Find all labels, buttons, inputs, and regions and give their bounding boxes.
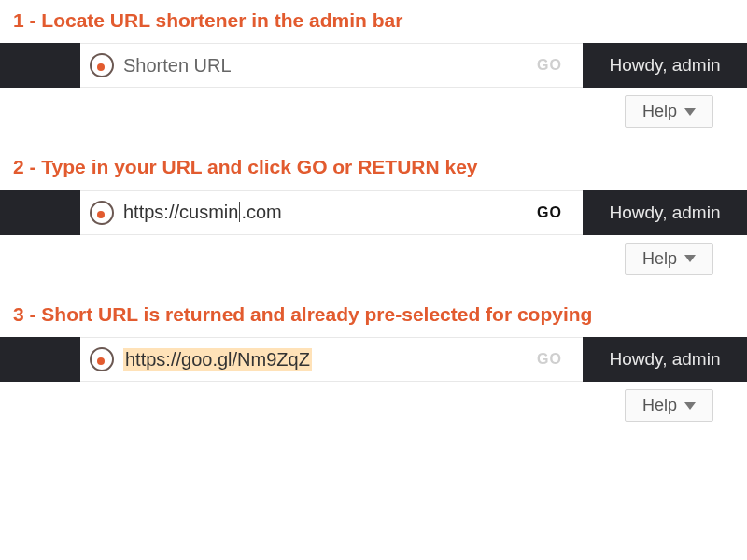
admin-bar-step-2: https://cusmin.com GO Howdy, admin Help bbox=[0, 190, 747, 275]
help-label: Help bbox=[642, 396, 677, 415]
howdy-user[interactable]: Howdy, admin bbox=[583, 190, 747, 235]
adminbar-left-gap bbox=[0, 190, 80, 235]
help-dropdown[interactable]: Help bbox=[625, 389, 713, 422]
chevron-down-icon bbox=[684, 402, 696, 410]
url-shortener-value: https://cusmin.com bbox=[123, 202, 282, 223]
howdy-user[interactable]: Howdy, admin bbox=[583, 43, 747, 88]
help-dropdown[interactable]: Help bbox=[625, 95, 713, 128]
step-3-caption: 3 - Short URL is returned and already pr… bbox=[0, 294, 747, 337]
cusmin-logo-icon bbox=[90, 201, 114, 225]
go-button[interactable]: GO bbox=[526, 191, 573, 234]
go-button[interactable]: GO bbox=[526, 44, 573, 87]
help-dropdown[interactable]: Help bbox=[625, 243, 713, 275]
selected-short-url: https://goo.gl/Nm9ZqZ bbox=[123, 348, 312, 371]
step-2-caption: 2 - Type in your URL and click GO or RET… bbox=[0, 147, 747, 189]
help-label: Help bbox=[642, 102, 677, 121]
cusmin-logo-icon bbox=[90, 347, 114, 371]
admin-bar-step-3: https://goo.gl/Nm9ZqZ GO Howdy, admin He… bbox=[0, 337, 747, 422]
howdy-user[interactable]: Howdy, admin bbox=[583, 337, 747, 382]
url-shortener-placeholder: Shorten URL bbox=[123, 55, 232, 77]
adminbar-left-gap bbox=[0, 43, 80, 88]
admin-bar-step-1: Shorten URL GO Howdy, admin Help bbox=[0, 43, 747, 128]
chevron-down-icon bbox=[684, 108, 696, 116]
adminbar-left-gap bbox=[0, 337, 80, 382]
chevron-down-icon bbox=[684, 255, 696, 262]
cusmin-logo-icon bbox=[90, 53, 114, 77]
go-button[interactable]: GO bbox=[526, 338, 573, 381]
url-shortener-input-area[interactable]: https://cusmin.com GO bbox=[80, 190, 583, 235]
url-shortener-result: https://goo.gl/Nm9ZqZ bbox=[123, 349, 312, 371]
url-shortener-input-area[interactable]: https://goo.gl/Nm9ZqZ GO bbox=[80, 337, 583, 382]
url-shortener-input-area[interactable]: Shorten URL GO bbox=[80, 43, 583, 88]
step-1-caption: 1 - Locate URL shortener in the admin ba… bbox=[0, 0, 747, 43]
help-label: Help bbox=[642, 249, 677, 269]
